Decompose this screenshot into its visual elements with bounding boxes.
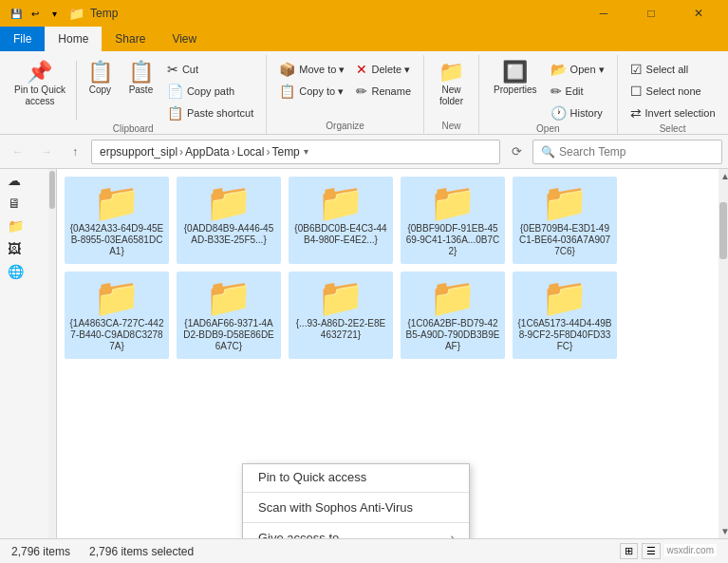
path-part-1: erpsupport_sipl	[100, 145, 177, 159]
folder-item-2[interactable]: 📁 {0B6BDC0B-E4C3-44B4-980F-E4E2...}	[289, 177, 393, 264]
open-btn[interactable]: 📂 Open ▾	[546, 59, 609, 80]
quick-undo-btn[interactable]: ↩	[27, 5, 44, 22]
ribbon: 📌 Pin to Quickaccess 📋 Copy 📋 Paste ✂ Cu…	[0, 51, 728, 135]
folder-item-5[interactable]: 📁 {1A4863CA-727C-4427-B440-C9AD8C32787A}	[65, 272, 169, 359]
folder-item-3[interactable]: 📁 {0BBF90DF-91EB-4569-9C41-136A...0B7C2}	[401, 177, 505, 264]
folder-icon-4: 📁	[541, 183, 588, 221]
edit-button[interactable]: ✏ Edit	[546, 81, 609, 102]
paste-icon: 📋	[128, 62, 154, 83]
paste-button[interactable]: 📋 Paste	[121, 57, 160, 100]
folder-name-4: {0EB709B4-E3D1-49C1-BE64-036A7A9077C6}	[517, 223, 612, 257]
copypath-label: Copy path	[187, 85, 234, 97]
tab-share[interactable]: Share	[102, 27, 159, 51]
sidebar: ☁ 🖥 📁 🖼 🌐	[0, 169, 57, 538]
rename-icon: ✏	[356, 84, 367, 99]
ctx-give-access-label: Give access to	[258, 531, 339, 538]
close-button[interactable]: ✕	[677, 0, 720, 27]
quick-menu-btn[interactable]: ▾	[46, 5, 63, 22]
maximize-button[interactable]: □	[629, 0, 673, 27]
window-folder-icon: 📁	[68, 6, 84, 21]
ribbon-group-new: 📁 Newfolder New	[424, 55, 479, 134]
folder-item-0[interactable]: 📁 {0A342A33-64D9-45EB-8955-03EA6581DCA1}	[65, 177, 169, 264]
cut-icon: ✂	[167, 62, 178, 77]
moveto-icon: 📦	[279, 62, 295, 77]
copy-label: Copy	[89, 84, 111, 95]
folder-icon-9: 📁	[541, 278, 588, 316]
file-content: 📁 {0A342A33-64D9-45EB-8955-03EA6581DCA1}…	[57, 169, 719, 538]
quick-access-toolbar: 💾 ↩ ▾	[8, 5, 63, 22]
new-folder-button[interactable]: 📁 Newfolder	[432, 57, 471, 112]
properties-label: Properties	[494, 84, 537, 95]
refresh-button[interactable]: ⟳	[504, 140, 529, 164]
history-icon: 🕐	[551, 105, 567, 121]
address-path[interactable]: erpsupport_sipl › AppData › Local › Temp…	[91, 140, 500, 164]
moveto-label: Move to ▾	[299, 64, 345, 76]
newfolder-icon: 📁	[439, 62, 464, 83]
ctx-separator-1	[243, 492, 469, 493]
folder-item-6[interactable]: 📁 {1AD6AF66-9371-4AD2-BDB9-D58E86DE6A7C}	[177, 272, 281, 359]
forward-button[interactable]: →	[34, 140, 59, 164]
history-button[interactable]: 🕐 History	[546, 103, 609, 123]
view-list-button[interactable]: ☰	[642, 543, 661, 559]
folder-item-8[interactable]: 📁 {1C06A2BF-BD79-42B5-A90D-790DB3B9EAF}	[401, 272, 505, 359]
folder-icon-0: 📁	[93, 183, 140, 221]
invert-selection-button[interactable]: ⇄ Invert selection	[625, 103, 720, 123]
folder-item-4[interactable]: 📁 {0EB709B4-E3D1-49C1-BE64-036A7A9077C6}	[513, 177, 617, 264]
cut-label: Cut	[182, 64, 198, 75]
delete-ribbon-button[interactable]: ✕ Delete ▾	[351, 59, 416, 80]
pin-quickaccess-button[interactable]: 📌 Pin to Quickaccess	[8, 57, 72, 112]
search-input[interactable]	[559, 145, 714, 159]
cut-button[interactable]: ✂ Cut	[162, 59, 258, 80]
organize-label: Organize	[274, 121, 416, 134]
copy-path-button[interactable]: 📄 Copy path	[162, 81, 258, 102]
ctx-give-access[interactable]: Give access to ›	[243, 525, 469, 538]
selectall-icon: ☑	[630, 62, 643, 77]
properties-button[interactable]: 🔲 Properties	[487, 57, 544, 100]
path-part-2: AppData	[185, 145, 230, 159]
up-button[interactable]: ↑	[63, 140, 87, 164]
ribbon-group-clipboard: 📌 Pin to Quickaccess 📋 Copy 📋 Paste ✂ Cu…	[0, 55, 267, 134]
paste-shortcut-button[interactable]: 📋 Paste shortcut	[162, 103, 258, 123]
ctx-separator-2	[243, 522, 469, 523]
desktop-icon: 🖥	[8, 196, 21, 211]
folder-item-1[interactable]: 📁 {0ADD84B9-A446-45AD-B33E-25F5...}	[177, 177, 281, 264]
copypath-icon: 📄	[167, 84, 183, 99]
copyto-label: Copy to ▾	[299, 85, 344, 98]
quick-save-btn[interactable]: 💾	[8, 5, 25, 22]
main-area: ☁ 🖥 📁 🖼 🌐 📁 {0A342A33-64D9-45EB-8955-03E…	[0, 169, 728, 538]
select-all-button[interactable]: ☑ Select all	[625, 59, 720, 80]
ctx-pin-quickaccess[interactable]: Pin to Quick access	[243, 464, 469, 490]
pasteshortcut-label: Paste shortcut	[187, 107, 253, 119]
folder-item-9[interactable]: 📁 {1C6A5173-44D4-49B8-9CF2-5F8D40FD33FC}	[513, 272, 617, 359]
folder-name-6: {1AD6AF66-9371-4AD2-BDB9-D58E86DE6A7C}	[181, 318, 276, 352]
pictures-icon: 🖼	[8, 241, 21, 256]
copy-button[interactable]: 📋 Copy	[81, 57, 120, 100]
path-dropdown-arrow: ▾	[304, 146, 308, 157]
sidebar-scrollbar[interactable]	[48, 169, 56, 538]
organize-col1: 📦 Move to ▾ 📋 Copy to ▾	[274, 57, 349, 102]
minimize-button[interactable]: ─	[582, 0, 625, 27]
tab-home[interactable]: Home	[45, 27, 102, 51]
vertical-scrollbar[interactable]: ▲ ▼	[719, 169, 728, 538]
rename-button[interactable]: ✏ Rename	[351, 81, 416, 102]
search-box[interactable]: 🔍	[532, 140, 722, 164]
ctx-scan[interactable]: Scan with Sophos Anti-Virus	[243, 495, 469, 520]
item-count: 2,796 items	[11, 545, 70, 558]
newfolder-label: Newfolder	[439, 84, 463, 107]
selectnone-label: Select none	[646, 85, 701, 97]
tab-file[interactable]: File	[0, 27, 45, 51]
divider	[76, 61, 77, 120]
folder-name-1: {0ADD84B9-A446-45AD-B33E-25F5...}	[181, 223, 276, 246]
folder-item-7[interactable]: 📁 {...93-A86D-2E2-E8E4632721}	[289, 272, 393, 359]
tab-view[interactable]: View	[159, 27, 210, 51]
scrollbar-thumb[interactable]	[719, 202, 727, 259]
view-icons-button[interactable]: ⊞	[620, 543, 638, 559]
search-icon: 🔍	[541, 145, 555, 159]
select-none-button[interactable]: ☐ Select none	[625, 81, 720, 102]
move-to-button[interactable]: 📦 Move to ▾	[274, 59, 349, 80]
copy-to-button[interactable]: 📋 Copy to ▾	[274, 81, 349, 102]
folder-name-5: {1A4863CA-727C-4427-B440-C9AD8C32787A}	[69, 318, 164, 352]
back-button[interactable]: ←	[6, 140, 30, 164]
organize-col2: ✕ Delete ▾ ✏ Rename	[351, 57, 416, 102]
paste-label: Paste	[129, 84, 154, 95]
